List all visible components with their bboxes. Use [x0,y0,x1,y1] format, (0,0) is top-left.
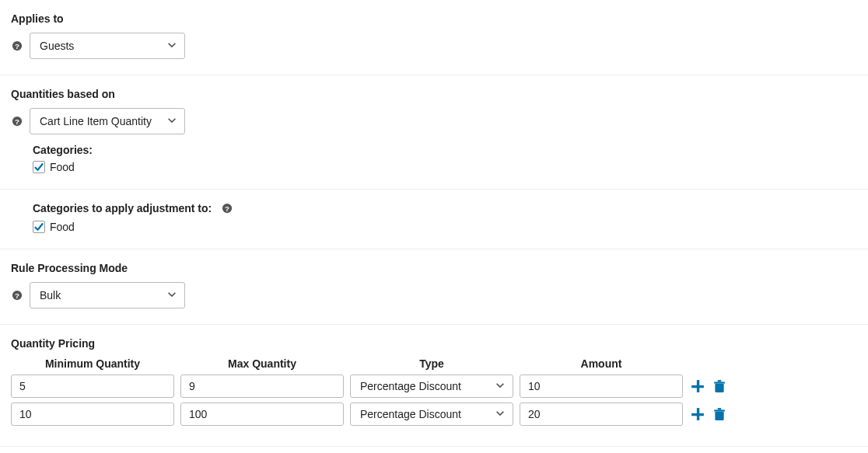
categories-apply-adjustment-label: Categories to apply adjustment to: [33,202,212,214]
svg-text:?: ? [15,42,19,51]
svg-rect-10 [715,384,723,392]
rule-processing-mode-label: Rule Processing Mode [11,262,857,274]
amount-input[interactable] [520,402,683,426]
amount-input[interactable] [520,375,683,398]
category-checkbox[interactable] [33,221,45,233]
max-quantity-input[interactable] [180,375,344,398]
delete-row-button[interactable] [711,406,728,423]
add-row-button[interactable] [689,406,706,423]
svg-rect-9 [691,385,704,388]
svg-rect-11 [714,382,725,383]
help-icon[interactable]: ? [221,202,233,214]
min-quantity-input[interactable] [11,402,174,426]
svg-rect-14 [691,413,704,416]
col-type: Type [350,357,513,370]
svg-text:?: ? [15,117,19,126]
categories-label: Categories: [33,144,857,156]
svg-rect-17 [718,408,722,409]
help-icon[interactable]: ? [11,115,23,127]
min-quantity-input[interactable] [11,375,174,398]
svg-text:?: ? [15,291,19,300]
applies-to-select[interactable]: Guests [30,33,185,59]
quantities-based-on-label: Quantities based on [11,88,857,100]
pricing-row: Percentage Discount [11,375,726,398]
pricing-row: Percentage Discount [11,402,726,426]
category-checkbox[interactable] [33,161,45,173]
type-select[interactable]: Percentage Discount [350,402,513,426]
max-quantity-input[interactable] [180,402,344,426]
col-min-quantity: Minimum Quantity [11,357,174,370]
quantity-pricing-label: Quantity Pricing [11,337,857,350]
help-icon[interactable]: ? [11,289,23,301]
help-icon[interactable]: ? [11,40,23,52]
rule-processing-mode-select[interactable]: Bulk [30,282,185,308]
quantities-based-on-select[interactable]: Cart Line Item Quantity [30,108,185,134]
svg-rect-12 [718,380,722,382]
delete-row-button[interactable] [711,378,728,395]
category-label: Food [50,161,75,173]
svg-rect-15 [715,412,723,420]
add-row-button[interactable] [689,378,706,395]
type-select[interactable]: Percentage Discount [350,375,513,398]
col-amount: Amount [520,357,683,370]
svg-text:?: ? [225,204,229,213]
category-label: Food [50,221,75,233]
col-max-quantity: Max Quantity [180,357,344,370]
applies-to-label: Applies to [11,12,857,25]
svg-rect-16 [714,409,725,411]
